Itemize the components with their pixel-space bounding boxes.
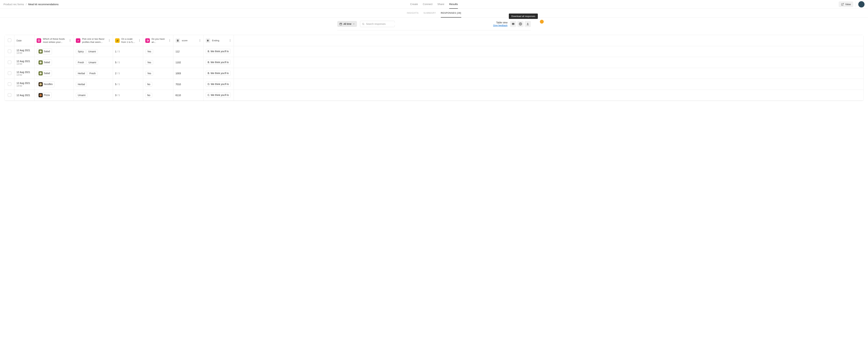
scale-cell: 1 / 5 bbox=[113, 46, 143, 57]
time-value: 13:52 bbox=[17, 84, 32, 87]
give-feedback-link[interactable]: Give feedback bbox=[493, 24, 507, 27]
icon-buttons: Download all responses bbox=[510, 21, 531, 27]
yesno-cell: Yes bbox=[143, 68, 174, 79]
svg-rect-10 bbox=[118, 40, 118, 41]
table-row[interactable]: 12 Aug 202113:53SaladSpicyUmami1 / 5Yes1… bbox=[5, 46, 863, 57]
overflow-cell bbox=[234, 90, 863, 101]
results-subnav: INSIGHTS SUMMARY RESPONSES [28] bbox=[0, 9, 868, 18]
download-button[interactable] bbox=[525, 21, 531, 27]
yesno-cell: No bbox=[143, 90, 174, 101]
row-checkbox[interactable] bbox=[8, 82, 11, 86]
column-menu-ending[interactable] bbox=[228, 39, 231, 42]
table-row[interactable]: 12 Aug 202113:52SaladHerbalFresh2 / 5Yes… bbox=[5, 68, 863, 79]
food-chip: Salad bbox=[37, 70, 52, 76]
food-thumbnail bbox=[38, 71, 43, 75]
view-button[interactable]: View bbox=[839, 1, 853, 7]
breadcrumb: Product rec forms / Meal kit recommendat… bbox=[3, 3, 59, 6]
row-checkbox[interactable] bbox=[8, 93, 11, 97]
subtab-summary[interactable]: SUMMARY bbox=[424, 9, 436, 17]
image-choice-icon bbox=[37, 38, 41, 43]
subtab-responses[interactable]: RESPONSES [28] bbox=[441, 9, 461, 17]
density-button[interactable] bbox=[510, 21, 516, 27]
food-cell: Pizza bbox=[35, 90, 74, 101]
header-q3-label: On a scale from 1 to 5,... bbox=[121, 37, 136, 43]
row-checkbox[interactable] bbox=[8, 49, 11, 53]
row-checkbox[interactable] bbox=[8, 61, 11, 64]
food-chip: Salad bbox=[37, 60, 52, 65]
yes-no-icon bbox=[145, 38, 150, 43]
food-cell: Salad bbox=[35, 46, 74, 57]
food-cell: Noodles bbox=[35, 79, 74, 90]
overflow-cell bbox=[234, 46, 863, 57]
scale-max: / 5 bbox=[117, 94, 120, 97]
download-tooltip: Download all responses bbox=[509, 13, 538, 19]
date-value: 12 Aug 2021 bbox=[17, 71, 32, 73]
date-cell: 12 Aug 202113:53 bbox=[14, 57, 35, 68]
header-checkbox-cell bbox=[5, 35, 14, 46]
header-q1-label: Which of these foods most strikes your..… bbox=[43, 37, 67, 43]
tab-create[interactable]: Create bbox=[410, 0, 418, 9]
search-box[interactable] bbox=[360, 21, 395, 27]
food-thumbnail bbox=[38, 60, 43, 65]
flavor-cell: HerbalFresh bbox=[74, 68, 113, 79]
header-ending-label: Ending bbox=[212, 39, 227, 42]
scale-max: / 5 bbox=[117, 72, 120, 75]
table-row[interactable]: 12 Aug 202113:53SaladFreshUmami5 / 5Yes1… bbox=[5, 57, 863, 68]
row-checkbox-cell bbox=[5, 79, 14, 90]
yesno-chip: Yes bbox=[145, 49, 153, 54]
flavor-chip: Fresh bbox=[76, 60, 86, 65]
select-all-checkbox[interactable] bbox=[8, 38, 11, 42]
date-cell: 12 Aug 202113:52 bbox=[14, 79, 35, 90]
score-cell: 1003 bbox=[174, 68, 204, 79]
row-checkbox-cell bbox=[5, 90, 14, 101]
date-cell: 12 Aug 2021 bbox=[14, 90, 35, 101]
multiple-choice-icon bbox=[76, 38, 81, 43]
view-button-label: View bbox=[845, 3, 851, 6]
column-menu-q2[interactable] bbox=[107, 39, 111, 42]
row-checkbox[interactable] bbox=[8, 71, 11, 75]
flavor-chip: Herbal bbox=[76, 71, 87, 76]
time-filter-button[interactable]: All time bbox=[337, 21, 357, 27]
date-value: 12 Aug 2021 bbox=[17, 94, 32, 97]
ending-cell: C. We think you'll lo bbox=[204, 90, 234, 101]
column-menu-q3[interactable] bbox=[138, 39, 141, 42]
yesno-chip: No bbox=[145, 93, 152, 98]
svg-rect-8 bbox=[117, 41, 117, 41]
search-input[interactable] bbox=[366, 23, 396, 25]
avatar[interactable] bbox=[858, 1, 865, 7]
flavor-cell: SpicyUmami bbox=[74, 46, 113, 57]
tab-results[interactable]: Results bbox=[449, 0, 458, 9]
scale-cell: 5 / 5 bbox=[113, 79, 143, 90]
rows-icon bbox=[512, 22, 515, 26]
yesno-chip: Yes bbox=[145, 71, 153, 76]
svg-point-5 bbox=[520, 24, 521, 25]
flavor-chip: Umami bbox=[87, 60, 98, 65]
responses-table-wrap: Date Which of these foods most strikes y… bbox=[4, 35, 864, 101]
yesno-cell: Yes bbox=[143, 46, 174, 57]
scale-value: 3 bbox=[115, 94, 117, 97]
tab-share[interactable]: Share bbox=[437, 0, 444, 9]
primary-tabs: Create Connect Share Results bbox=[410, 0, 458, 9]
scale-value: 5 bbox=[115, 61, 117, 64]
column-menu-q1[interactable] bbox=[68, 39, 71, 42]
food-cell: Salad bbox=[35, 68, 74, 79]
tab-connect[interactable]: Connect bbox=[423, 0, 433, 9]
date-cell: 12 Aug 202113:52 bbox=[14, 68, 35, 79]
subtab-insights[interactable]: INSIGHTS bbox=[407, 9, 418, 17]
breadcrumb-parent[interactable]: Product rec forms bbox=[3, 3, 24, 6]
table-row[interactable]: 12 Aug 202113:52NoodlesHerbal5 / 5No7010… bbox=[5, 79, 863, 90]
topbar: Product rec forms / Meal kit recommendat… bbox=[0, 0, 868, 9]
table-row[interactable]: 12 Aug 2021PizzaUmami3 / 5No6110C. We th… bbox=[5, 90, 863, 101]
overflow-cell bbox=[234, 79, 863, 90]
svg-point-7 bbox=[38, 40, 39, 40]
score-cell: 112 bbox=[174, 46, 204, 57]
flavor-chip: Umami bbox=[86, 49, 98, 54]
scale-value: 5 bbox=[115, 83, 117, 86]
download-icon bbox=[526, 22, 529, 26]
settings-button[interactable] bbox=[517, 21, 524, 27]
column-menu-score[interactable] bbox=[198, 39, 202, 42]
calculator-icon bbox=[176, 38, 180, 43]
header-q3: On a scale from 1 to 5,... bbox=[113, 35, 143, 46]
time-filter-label: All time bbox=[344, 23, 351, 25]
column-menu-q4[interactable] bbox=[168, 39, 171, 42]
